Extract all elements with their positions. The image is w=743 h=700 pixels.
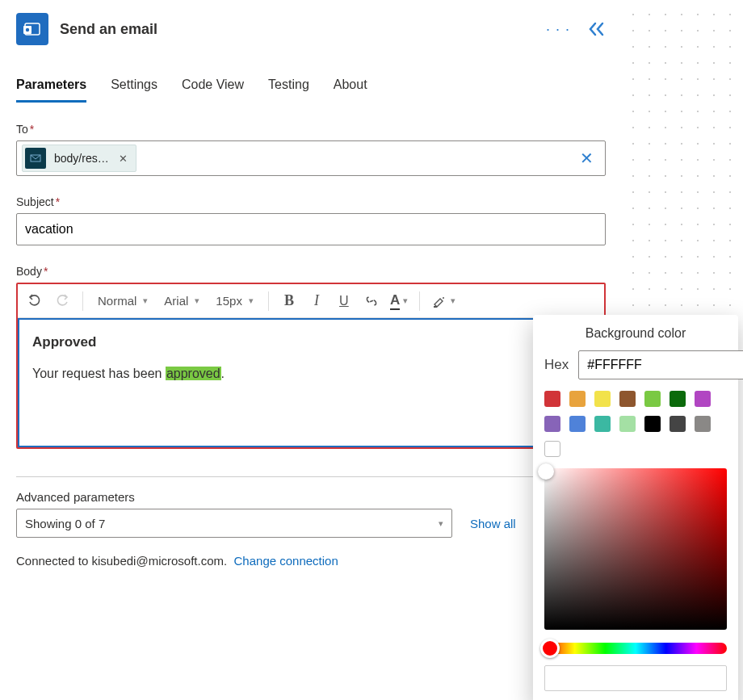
token-icon (25, 148, 46, 169)
hex-label: Hex (544, 357, 569, 373)
color-swatch[interactable] (695, 416, 711, 432)
action-panel: Send an email · · · Parameters Settings … (0, 0, 622, 568)
tab-about[interactable]: About (334, 73, 367, 103)
tabs: Parameters Settings Code View Testing Ab… (16, 73, 606, 103)
editor-toolbar: Normal▾ Arial▾ 15px▾ B I U A▾ (18, 284, 604, 318)
show-all-link[interactable]: Show all (470, 517, 516, 530)
font-color-button[interactable]: A▾ (387, 289, 411, 313)
color-swatch[interactable] (619, 416, 636, 432)
color-swatch[interactable] (594, 416, 611, 432)
bold-button[interactable]: B (277, 289, 301, 313)
hue-slider[interactable] (544, 643, 727, 654)
tab-testing[interactable]: Testing (268, 73, 309, 103)
to-label: To* (16, 123, 606, 136)
body-label: Body* (16, 265, 606, 278)
change-connection-link[interactable]: Change connection (234, 554, 338, 568)
highlight-color-button[interactable]: ▾ (428, 289, 459, 313)
panel-header: Send an email · · · (16, 13, 606, 45)
outlook-icon (16, 13, 48, 45)
body-paragraph: Your request has been approved. (32, 363, 590, 384)
link-button[interactable] (359, 289, 384, 313)
body-editor-wrapper: Normal▾ Arial▾ 15px▾ B I U A▾ (16, 283, 606, 449)
color-swatches (544, 391, 727, 457)
color-swatch[interactable] (644, 391, 661, 407)
color-swatch[interactable] (594, 391, 611, 407)
tab-parameters[interactable]: Parameters (16, 73, 86, 103)
color-swatch[interactable] (644, 416, 661, 432)
highlighted-text: approved (166, 367, 221, 380)
to-input[interactable]: body/res… ✕ ✕ (16, 140, 606, 176)
chevron-down-icon: ▾ (403, 296, 408, 306)
panel-title: Send an email (60, 21, 157, 38)
color-swatch[interactable] (670, 416, 686, 432)
chevron-down-icon: ▾ (143, 296, 148, 306)
to-clear-button[interactable]: ✕ (573, 149, 600, 168)
hue-thumb[interactable] (540, 639, 560, 658)
color-swatch[interactable] (544, 416, 560, 432)
subject-input-wrapper (16, 213, 606, 245)
font-size-select[interactable]: 15px▾ (209, 289, 260, 313)
chevron-down-icon: ▾ (195, 296, 199, 306)
undo-button[interactable] (23, 289, 47, 313)
color-swatch[interactable] (695, 391, 711, 407)
tab-code-view[interactable]: Code View (182, 73, 244, 103)
alpha-input[interactable] (544, 665, 727, 691)
chevron-down-icon: ▾ (451, 296, 455, 306)
hex-input[interactable] (578, 350, 743, 379)
color-swatch[interactable] (569, 416, 586, 432)
color-swatch-none[interactable] (544, 441, 560, 457)
saturation-lightness-picker[interactable] (544, 468, 727, 630)
color-swatch[interactable] (619, 391, 636, 407)
svg-point-2 (26, 28, 29, 31)
to-token[interactable]: body/res… ✕ (22, 145, 136, 172)
body-heading: Approved (32, 331, 590, 354)
chevron-down-icon: ▾ (439, 518, 443, 529)
to-token-remove[interactable]: ✕ (119, 153, 128, 165)
subject-input[interactable] (22, 217, 600, 241)
redo-button[interactable] (50, 289, 74, 313)
subject-label: Subject* (16, 195, 606, 208)
italic-button[interactable]: I (304, 289, 329, 313)
body-editor[interactable]: Approved Your request has been approved. (18, 318, 604, 447)
more-actions-button[interactable]: · · · (543, 18, 573, 41)
svg-point-4 (443, 297, 444, 299)
sl-thumb[interactable] (538, 463, 554, 480)
advanced-parameters-label: Advanced parameters (16, 490, 606, 504)
advanced-parameters-select[interactable]: Showing 0 of 7 ▾ (16, 509, 452, 538)
color-picker-popover: Background color Hex (533, 315, 738, 700)
tab-settings[interactable]: Settings (111, 73, 157, 103)
font-select[interactable]: Arial▾ (157, 289, 206, 313)
color-picker-title: Background color (544, 326, 727, 341)
to-token-label: body/res… (54, 152, 109, 165)
connection-info: Connected to kisubedi@microsoft.com. Cha… (16, 554, 606, 568)
format-select[interactable]: Normal▾ (91, 289, 154, 313)
chevron-down-icon: ▾ (249, 296, 254, 306)
color-swatch[interactable] (569, 391, 586, 407)
collapse-panel-button[interactable] (588, 22, 606, 36)
color-swatch[interactable] (544, 391, 560, 407)
color-swatch[interactable] (670, 391, 686, 407)
underline-button[interactable]: U (332, 289, 356, 313)
divider (16, 476, 606, 477)
